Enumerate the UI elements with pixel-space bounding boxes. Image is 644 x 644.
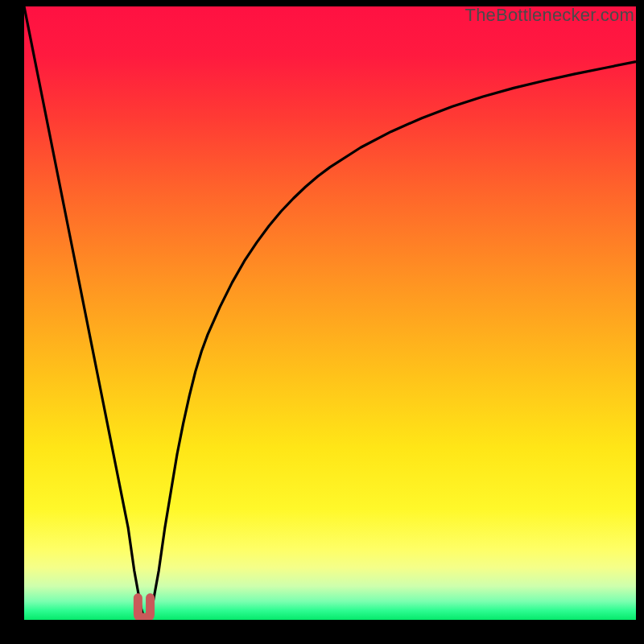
- chart-frame: TheBottleneсker.com: [0, 0, 644, 644]
- plot-area: [24, 6, 636, 620]
- bottleneck-curve: [24, 6, 636, 617]
- minimum-marker: [138, 598, 150, 617]
- watermark-text: TheBottleneсker.com: [465, 5, 634, 26]
- curve-layer: [24, 6, 636, 620]
